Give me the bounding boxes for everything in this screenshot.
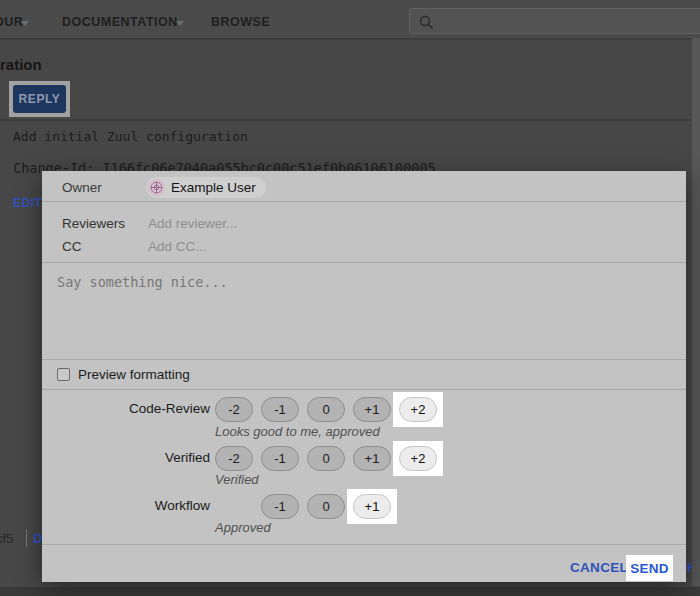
vote-button-code-review-minus2[interactable]: -2 <box>215 397 253 422</box>
nav-item-your[interactable]: OUR <box>0 15 23 29</box>
reply-dialog: Owner Example User Reviewers Add reviewe… <box>42 171 686 582</box>
cc-label: CC <box>62 239 82 254</box>
commit-hash-partial: cf5 <box>0 531 13 546</box>
divider <box>42 201 686 202</box>
edit-link[interactable]: EDIT <box>13 196 42 210</box>
divider <box>42 262 686 263</box>
divider <box>42 359 686 360</box>
identicon-icon <box>150 181 163 194</box>
gerrit-reply-screen: { "header": { "nav_items": [ { "label": … <box>0 0 700 596</box>
preview-formatting-label: Preview formatting <box>78 367 190 382</box>
send-button-highlight: SEND <box>626 555 673 581</box>
divider <box>26 529 27 547</box>
divider <box>42 389 686 390</box>
avatar <box>148 179 165 196</box>
vote-description: Approved <box>215 520 271 535</box>
vote-button-verified-plus2[interactable]: +2 <box>399 446 437 471</box>
search-input[interactable] <box>440 11 694 33</box>
chevron-down-icon <box>176 21 184 26</box>
owner-chip[interactable]: Example User <box>146 177 266 198</box>
reply-button-highlight: REPLY <box>9 81 70 117</box>
commit-message: Add initial Zuul configuration <box>13 129 248 144</box>
reviewers-label: Reviewers <box>62 216 125 231</box>
nav-item-documentation[interactable]: DOCUMENTATION <box>62 15 178 29</box>
divider <box>42 544 686 545</box>
vote-button-workflow-plus1[interactable]: +1 <box>353 494 391 519</box>
vote-button-code-review-0[interactable]: 0 <box>307 397 345 422</box>
add-cc-input[interactable]: Add CC... <box>148 239 207 254</box>
reply-button[interactable]: REPLY <box>13 85 66 113</box>
send-button[interactable]: SEND <box>626 555 673 581</box>
comment-textarea[interactable]: Say something nice... <box>57 274 228 290</box>
preview-formatting-checkbox[interactable] <box>57 368 70 381</box>
vote-button-verified-plus1[interactable]: +1 <box>353 446 391 471</box>
vote-label-verified: Verified <box>42 450 210 465</box>
vote-button-verified-minus2[interactable]: -2 <box>215 446 253 471</box>
vote-button-workflow-0[interactable]: 0 <box>307 494 345 519</box>
search-box[interactable] <box>409 8 700 34</box>
vote-description: Looks good to me, approved <box>215 424 380 439</box>
vote-button-workflow-minus1[interactable]: -1 <box>261 494 299 519</box>
vote-button-code-review-minus1[interactable]: -1 <box>261 397 299 422</box>
vote-description: Verified <box>215 472 259 487</box>
owner-label: Owner <box>62 180 102 195</box>
vote-button-code-review-plus2[interactable]: +2 <box>399 397 437 422</box>
vote-button-code-review-plus1[interactable]: +1 <box>353 397 391 422</box>
page-scrollbar[interactable] <box>692 38 700 586</box>
page-title: ration <box>0 56 42 73</box>
owner-name: Example User <box>171 180 256 195</box>
vote-label-workflow: Workflow <box>42 498 210 513</box>
section-divider <box>0 119 700 121</box>
page-footer-bar <box>0 587 700 596</box>
cancel-button[interactable]: CANCEL <box>570 560 628 575</box>
top-nav-bar: OUR DOCUMENTATION BROWSE <box>0 0 700 40</box>
search-icon <box>419 15 434 30</box>
add-reviewer-input[interactable]: Add reviewer... <box>148 216 237 231</box>
chevron-down-icon <box>21 21 29 26</box>
nav-item-browse[interactable]: BROWSE <box>211 15 270 29</box>
vote-button-verified-minus1[interactable]: -1 <box>261 446 299 471</box>
vote-button-verified-0[interactable]: 0 <box>307 446 345 471</box>
vote-label-code-review: Code-Review <box>42 401 210 416</box>
download-link-partial[interactable]: D <box>33 531 42 546</box>
